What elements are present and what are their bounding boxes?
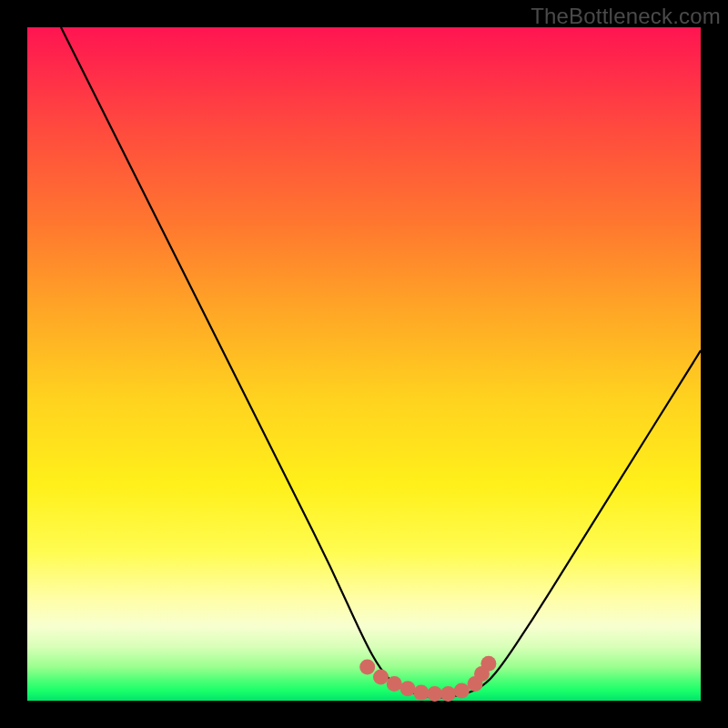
highlight-dot — [440, 686, 456, 702]
highlight-dot — [413, 685, 429, 701]
highlight-dot — [373, 670, 389, 685]
highlight-dot — [480, 656, 496, 672]
highlight-dot — [454, 682, 470, 698]
highlight-dot — [427, 686, 442, 702]
plot-area — [27, 27, 701, 701]
watermark-text: TheBottleneck.com — [531, 4, 721, 29]
highlight-dots — [359, 656, 496, 702]
bottleneck-curve — [61, 27, 701, 697]
chart-frame: TheBottleneck.com — [0, 0, 728, 728]
curve-layer — [27, 27, 701, 701]
highlight-dot — [359, 660, 375, 675]
highlight-dot — [400, 681, 416, 696]
highlight-dot — [387, 676, 402, 692]
